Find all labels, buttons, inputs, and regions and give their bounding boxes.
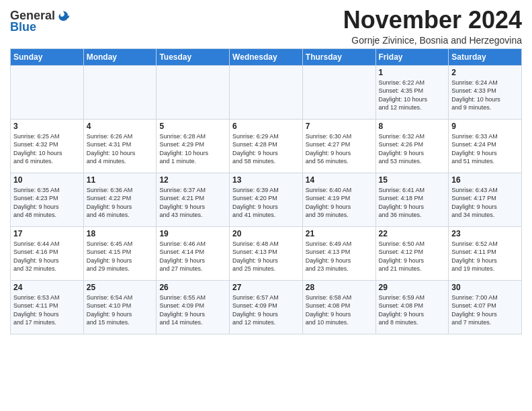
day-info: Sunrise: 6:54 AM Sunset: 4:10 PM Dayligh…	[87, 293, 154, 327]
day-number: 16	[451, 175, 519, 185]
logo-bird-icon	[56, 9, 70, 23]
day-number: 30	[451, 283, 519, 292]
day-info: Sunrise: 6:41 AM Sunset: 4:18 PM Dayligh…	[379, 186, 446, 220]
day-number: 25	[87, 283, 154, 292]
calendar-table: SundayMondayTuesdayWednesdayThursdayFrid…	[10, 48, 522, 334]
day-number: 18	[87, 229, 154, 238]
calendar-cell: 11Sunrise: 6:36 AM Sunset: 4:22 PM Dayli…	[83, 173, 157, 226]
day-number: 27	[232, 283, 300, 292]
calendar-cell: 22Sunrise: 6:50 AM Sunset: 4:12 PM Dayli…	[375, 226, 449, 280]
calendar-cell: 21Sunrise: 6:49 AM Sunset: 4:13 PM Dayli…	[302, 226, 375, 280]
day-number: 28	[306, 283, 373, 292]
location-subtitle: Gornje Zivinice, Bosnia and Herzegovina	[343, 35, 522, 46]
calendar-cell: 2Sunrise: 6:24 AM Sunset: 4:33 PM Daylig…	[449, 65, 522, 119]
calendar-cell: 25Sunrise: 6:54 AM Sunset: 4:10 PM Dayli…	[83, 280, 157, 334]
weekday-header-row: SundayMondayTuesdayWednesdayThursdayFrid…	[11, 48, 522, 65]
day-number: 7	[306, 122, 373, 131]
day-number: 13	[232, 175, 300, 185]
day-info: Sunrise: 6:55 AM Sunset: 4:09 PM Dayligh…	[159, 293, 226, 327]
logo-text: General Blue	[10, 9, 70, 34]
day-info: Sunrise: 6:39 AM Sunset: 4:20 PM Dayligh…	[232, 186, 300, 220]
calendar-cell: 12Sunrise: 6:37 AM Sunset: 4:21 PM Dayli…	[157, 173, 230, 226]
calendar-cell: 24Sunrise: 6:53 AM Sunset: 4:11 PM Dayli…	[11, 280, 84, 334]
day-number: 24	[13, 283, 81, 292]
day-number: 3	[13, 122, 81, 131]
day-info: Sunrise: 6:43 AM Sunset: 4:17 PM Dayligh…	[451, 186, 519, 220]
day-info: Sunrise: 6:53 AM Sunset: 4:11 PM Dayligh…	[13, 293, 81, 327]
calendar-cell: 15Sunrise: 6:41 AM Sunset: 4:18 PM Dayli…	[375, 173, 449, 226]
day-number: 29	[379, 283, 446, 292]
day-info: Sunrise: 6:26 AM Sunset: 4:31 PM Dayligh…	[87, 132, 154, 166]
calendar-cell: 7Sunrise: 6:30 AM Sunset: 4:27 PM Daylig…	[302, 119, 375, 173]
calendar-cell	[83, 65, 157, 119]
calendar-cell: 18Sunrise: 6:45 AM Sunset: 4:15 PM Dayli…	[83, 226, 157, 280]
day-info: Sunrise: 6:48 AM Sunset: 4:13 PM Dayligh…	[232, 240, 300, 273]
day-info: Sunrise: 6:35 AM Sunset: 4:23 PM Dayligh…	[13, 186, 81, 220]
day-number: 9	[451, 122, 519, 131]
weekday-wednesday: Wednesday	[230, 48, 303, 65]
weekday-friday: Friday	[375, 48, 449, 65]
day-info: Sunrise: 6:30 AM Sunset: 4:27 PM Dayligh…	[306, 132, 373, 166]
weekday-saturday: Saturday	[449, 48, 522, 65]
day-info: Sunrise: 6:52 AM Sunset: 4:11 PM Dayligh…	[451, 240, 519, 273]
day-number: 1	[379, 68, 446, 77]
day-number: 19	[159, 229, 226, 238]
calendar-cell: 14Sunrise: 6:40 AM Sunset: 4:19 PM Dayli…	[302, 173, 375, 226]
day-info: Sunrise: 6:45 AM Sunset: 4:15 PM Dayligh…	[87, 240, 154, 273]
month-title: November 2024	[343, 7, 522, 34]
day-info: Sunrise: 6:29 AM Sunset: 4:28 PM Dayligh…	[232, 132, 300, 166]
calendar-cell: 13Sunrise: 6:39 AM Sunset: 4:20 PM Dayli…	[230, 173, 303, 226]
title-block: November 2024 Gornje Zivinice, Bosnia an…	[343, 7, 522, 46]
calendar-cell: 27Sunrise: 6:57 AM Sunset: 4:09 PM Dayli…	[230, 280, 303, 334]
day-number: 11	[87, 175, 154, 185]
day-info: Sunrise: 6:44 AM Sunset: 4:16 PM Dayligh…	[13, 240, 81, 273]
calendar-body: 1Sunrise: 6:22 AM Sunset: 4:35 PM Daylig…	[11, 65, 522, 334]
calendar-cell: 28Sunrise: 6:58 AM Sunset: 4:08 PM Dayli…	[302, 280, 375, 334]
weekday-thursday: Thursday	[302, 48, 375, 65]
day-info: Sunrise: 6:59 AM Sunset: 4:08 PM Dayligh…	[379, 293, 446, 327]
day-info: Sunrise: 6:28 AM Sunset: 4:29 PM Dayligh…	[159, 132, 226, 166]
calendar-cell: 6Sunrise: 6:29 AM Sunset: 4:28 PM Daylig…	[230, 119, 303, 173]
day-number: 23	[451, 229, 519, 238]
logo: General Blue	[10, 9, 70, 34]
day-info: Sunrise: 6:37 AM Sunset: 4:21 PM Dayligh…	[159, 186, 226, 220]
day-number: 6	[232, 122, 300, 131]
day-info: Sunrise: 6:25 AM Sunset: 4:32 PM Dayligh…	[13, 132, 81, 166]
calendar-cell: 9Sunrise: 6:33 AM Sunset: 4:24 PM Daylig…	[449, 119, 522, 173]
day-number: 14	[306, 175, 373, 185]
weekday-monday: Monday	[83, 48, 157, 65]
calendar-week-4: 17Sunrise: 6:44 AM Sunset: 4:16 PM Dayli…	[11, 226, 522, 280]
day-info: Sunrise: 6:49 AM Sunset: 4:13 PM Dayligh…	[306, 240, 373, 273]
calendar-cell: 29Sunrise: 6:59 AM Sunset: 4:08 PM Dayli…	[375, 280, 449, 334]
day-info: Sunrise: 7:00 AM Sunset: 4:07 PM Dayligh…	[451, 293, 519, 327]
calendar-cell: 1Sunrise: 6:22 AM Sunset: 4:35 PM Daylig…	[375, 65, 449, 119]
day-number: 22	[379, 229, 446, 238]
day-info: Sunrise: 6:24 AM Sunset: 4:33 PM Dayligh…	[451, 79, 519, 112]
calendar-cell: 23Sunrise: 6:52 AM Sunset: 4:11 PM Dayli…	[449, 226, 522, 280]
day-info: Sunrise: 6:40 AM Sunset: 4:19 PM Dayligh…	[306, 186, 373, 220]
day-number: 20	[232, 229, 300, 238]
calendar-cell: 5Sunrise: 6:28 AM Sunset: 4:29 PM Daylig…	[157, 119, 230, 173]
calendar-cell: 17Sunrise: 6:44 AM Sunset: 4:16 PM Dayli…	[11, 226, 84, 280]
calendar-cell: 30Sunrise: 7:00 AM Sunset: 4:07 PM Dayli…	[449, 280, 522, 334]
calendar-cell	[230, 65, 303, 119]
day-number: 26	[159, 283, 226, 292]
day-info: Sunrise: 6:50 AM Sunset: 4:12 PM Dayligh…	[379, 240, 446, 273]
day-info: Sunrise: 6:36 AM Sunset: 4:22 PM Dayligh…	[87, 186, 154, 220]
day-number: 4	[87, 122, 154, 131]
calendar-cell: 19Sunrise: 6:46 AM Sunset: 4:14 PM Dayli…	[157, 226, 230, 280]
day-info: Sunrise: 6:32 AM Sunset: 4:26 PM Dayligh…	[379, 132, 446, 166]
calendar-cell: 3Sunrise: 6:25 AM Sunset: 4:32 PM Daylig…	[11, 119, 84, 173]
calendar-week-2: 3Sunrise: 6:25 AM Sunset: 4:32 PM Daylig…	[11, 119, 522, 173]
calendar-cell: 4Sunrise: 6:26 AM Sunset: 4:31 PM Daylig…	[83, 119, 157, 173]
day-info: Sunrise: 6:33 AM Sunset: 4:24 PM Dayligh…	[451, 132, 519, 166]
header: General Blue November 2024 Gornje Zivini…	[10, 7, 522, 46]
day-info: Sunrise: 6:57 AM Sunset: 4:09 PM Dayligh…	[232, 293, 300, 327]
calendar-week-1: 1Sunrise: 6:22 AM Sunset: 4:35 PM Daylig…	[11, 65, 522, 119]
weekday-tuesday: Tuesday	[157, 48, 230, 65]
day-number: 17	[13, 229, 81, 238]
day-info: Sunrise: 6:46 AM Sunset: 4:14 PM Dayligh…	[159, 240, 226, 273]
calendar-cell: 8Sunrise: 6:32 AM Sunset: 4:26 PM Daylig…	[375, 119, 449, 173]
day-number: 15	[379, 175, 446, 185]
calendar-week-3: 10Sunrise: 6:35 AM Sunset: 4:23 PM Dayli…	[11, 173, 522, 226]
